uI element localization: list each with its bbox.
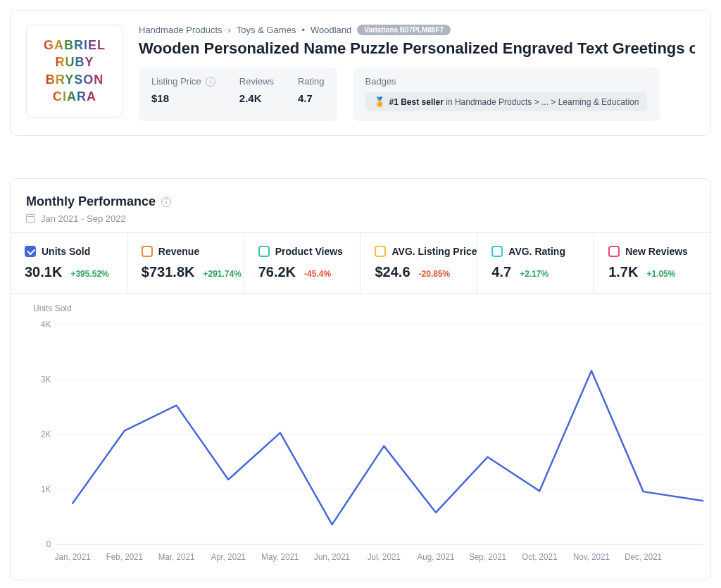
checkbox-icon[interactable]	[25, 246, 36, 257]
stat-box-pricing: Listing Price i $18 Reviews 2.4K Rating …	[139, 68, 337, 121]
checkbox-icon[interactable]	[608, 246, 620, 257]
metrics-row: Units Sold30.1K+395.52%Revenue$731.8K+29…	[11, 232, 710, 294]
product-card: GABRIEL RUBY BRYSON CIARA Handmade Produ…	[10, 10, 711, 136]
line-chart[interactable]: 01K2K3K4KJan, 2021Feb, 2021Mar, 2021Apr,…	[36, 318, 703, 564]
stat-label: Listing Price i	[151, 76, 215, 87]
x-tick: Sep, 2021	[469, 552, 506, 562]
stat-listing-price: Listing Price i $18	[151, 76, 215, 111]
metric-delta: +291.74%	[203, 269, 241, 279]
x-tick: Jun, 2021	[314, 552, 350, 562]
metric-label: Revenue	[142, 246, 230, 257]
thumb-word: RUBY	[55, 54, 94, 70]
metric-delta: -45.4%	[304, 269, 331, 279]
product-title: Wooden Personalized Name Puzzle Personal…	[139, 39, 695, 58]
breadcrumb: Handmade Products › Toys & Games • Woodl…	[139, 25, 695, 35]
x-tick: May, 2021	[261, 552, 299, 562]
breadcrumb-link[interactable]: Toys & Games	[237, 25, 296, 35]
metric-delta: -20.85%	[419, 269, 451, 279]
stat-box-badges: Badges 🏅 #1 Best seller in Handmade Prod…	[353, 68, 660, 121]
stat-reviews: Reviews 2.4K	[239, 76, 274, 111]
metric-price[interactable]: AVG. Listing Price$24.6-20.85%	[360, 233, 477, 293]
metric-units[interactable]: Units Sold30.1K+395.52%	[11, 233, 127, 293]
stat-label: Rating	[298, 76, 325, 87]
thumb-word: GABRIEL	[44, 37, 106, 54]
date-range[interactable]: Jan 2021 - Sep 2022	[26, 213, 695, 224]
metric-label: Units Sold	[25, 246, 113, 257]
chart-y-title: Units Sold	[33, 304, 703, 313]
metric-delta: +1.05%	[646, 269, 675, 279]
checkbox-icon[interactable]	[375, 246, 386, 257]
metric-delta: +2.17%	[520, 269, 548, 279]
x-tick: Aug, 2021	[418, 552, 455, 562]
y-tick: 3K	[41, 375, 51, 384]
metric-value: 1.7K	[608, 264, 638, 280]
metric-value: 76.2K	[258, 264, 296, 280]
performance-header: Monthly Performance i Jan 2021 - Sep 202…	[11, 179, 710, 232]
metric-value-row: 1.7K+1.05%	[608, 264, 696, 280]
metric-value: $731.8K	[142, 264, 195, 280]
stat-label: Badges	[365, 76, 648, 87]
stat-rating: Rating 4.7	[298, 76, 325, 111]
x-tick: Nov, 2021	[573, 552, 610, 562]
performance-title: Monthly Performance i	[26, 194, 695, 209]
product-main: Handmade Products › Toys & Games • Woodl…	[139, 25, 695, 121]
medal-icon: 🏅	[374, 96, 385, 107]
checkbox-icon[interactable]	[491, 246, 503, 257]
info-icon[interactable]: i	[161, 197, 171, 207]
thumb-word: CIARA	[53, 89, 96, 105]
breadcrumb-dot: •	[301, 25, 305, 35]
product-image[interactable]: GABRIEL RUBY BRYSON CIARA	[26, 25, 123, 118]
metric-label: AVG. Rating	[491, 246, 579, 257]
metric-value-row: $731.8K+291.74%	[142, 264, 230, 280]
checkbox-icon[interactable]	[258, 246, 270, 257]
x-tick: Dec, 2021	[625, 552, 662, 562]
stat-value: 2.4K	[239, 92, 274, 104]
metric-value-row: 30.1K+395.52%	[25, 264, 113, 280]
performance-card: Monthly Performance i Jan 2021 - Sep 202…	[10, 178, 711, 580]
metric-label: AVG. Listing Price	[375, 246, 463, 257]
metric-value: $24.6	[375, 264, 410, 280]
calendar-icon	[26, 214, 35, 223]
x-tick: Apr, 2021	[211, 552, 246, 562]
metric-rating[interactable]: AVG. Rating4.7+2.17%	[477, 233, 594, 293]
metric-value: 30.1K	[25, 264, 62, 280]
breadcrumb-link[interactable]: Handmade Products	[139, 25, 222, 35]
series-units-sold	[73, 371, 703, 525]
variations-badge[interactable]: Variations B07PLM88F7	[357, 25, 451, 35]
x-tick: Jan, 2021	[55, 552, 91, 562]
metric-value-row: 4.7+2.17%	[491, 264, 579, 280]
metric-value: 4.7	[491, 264, 511, 280]
stat-label: Reviews	[239, 76, 274, 87]
checkbox-icon[interactable]	[142, 246, 153, 257]
metric-newrev[interactable]: New Reviews1.7K+1.05%	[594, 233, 710, 293]
y-tick: 4K	[41, 320, 51, 330]
chart-area: Units Sold 01K2K3K4KJan, 2021Feb, 2021Ma…	[11, 294, 710, 580]
x-tick: Mar, 2021	[158, 552, 195, 562]
metric-delta: +395.52%	[70, 269, 108, 279]
x-tick: Feb, 2021	[106, 552, 143, 562]
metric-views[interactable]: Product Views76.2K-45.4%	[244, 233, 361, 293]
stat-row: Listing Price i $18 Reviews 2.4K Rating …	[139, 68, 695, 121]
x-tick: Jul, 2021	[368, 552, 401, 562]
brand-link[interactable]: Woodland	[311, 25, 351, 35]
info-icon[interactable]: i	[206, 77, 215, 87]
metric-label: New Reviews	[608, 246, 696, 257]
metric-value-row: $24.6-20.85%	[375, 264, 463, 280]
metric-rev[interactable]: Revenue$731.8K+291.74%	[127, 233, 244, 293]
y-tick: 2K	[41, 430, 51, 439]
metric-label: Product Views	[258, 246, 346, 257]
thumb-word: BRYSON	[46, 72, 104, 88]
metric-value-row: 76.2K-45.4%	[258, 264, 346, 280]
y-tick: 0	[46, 539, 51, 549]
y-tick: 1K	[41, 484, 51, 494]
stat-value: $18	[151, 92, 215, 104]
bestseller-badge[interactable]: 🏅 #1 Best seller in Handmade Products > …	[365, 92, 648, 111]
breadcrumb-sep: ›	[228, 25, 231, 35]
stat-value: 4.7	[298, 92, 325, 104]
x-tick: Oct, 2021	[522, 552, 557, 562]
